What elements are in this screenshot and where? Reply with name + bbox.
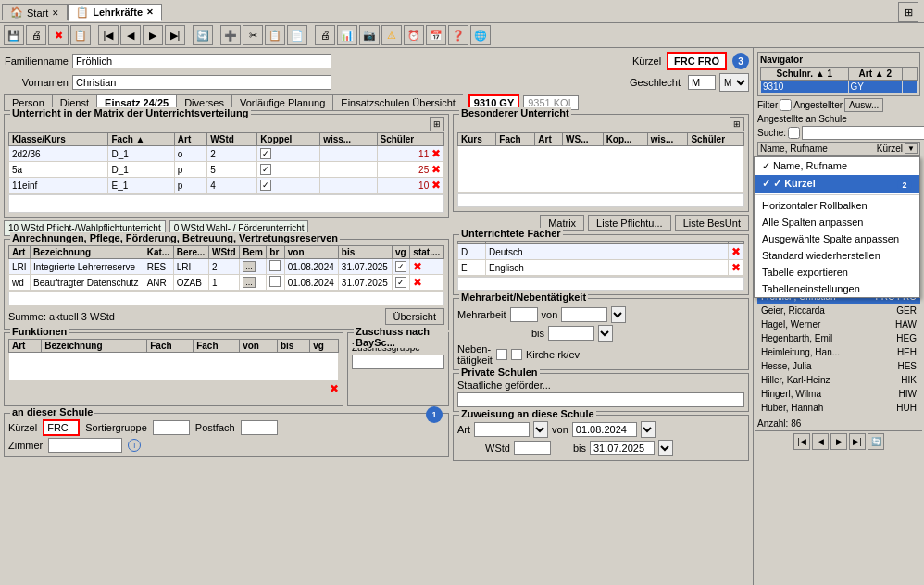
besunt-config-btn[interactable]: ⊞	[730, 117, 744, 131]
warning-button[interactable]: ⚠	[381, 25, 402, 45]
copy2-button[interactable]: 📋	[265, 25, 285, 45]
suche-input[interactable]	[802, 126, 924, 140]
zuschuss-input[interactable]	[352, 355, 444, 369]
angestellter-cb[interactable]	[780, 99, 792, 111]
bis-zuweisung-select[interactable]	[658, 440, 673, 456]
delete-icon[interactable]: ✖	[731, 261, 741, 274]
mehrarbeit-input[interactable]	[510, 307, 538, 322]
unterricht-config-btn[interactable]: ⊞	[430, 117, 444, 131]
liste-besunt-btn[interactable]: Liste BesUnt	[675, 215, 749, 231]
tab-start-close[interactable]: ✕	[52, 8, 59, 18]
von-zuweisung-select[interactable]	[641, 421, 656, 438]
postfach-input[interactable]	[241, 420, 278, 435]
teacher-list-item[interactable]: Geier, Riccarda GER	[757, 304, 920, 317]
clock-button[interactable]: ⏰	[404, 25, 424, 45]
suche-cb[interactable]	[788, 127, 800, 139]
mehrarbeit-von-select[interactable]	[611, 306, 626, 323]
menu-item-ausgewaehlte[interactable]: Ausgewählte Spalte anpassen	[755, 230, 919, 247]
staatliche-input[interactable]	[457, 392, 744, 407]
geschlecht-select[interactable]: MW	[719, 73, 749, 92]
vornamen-input[interactable]	[72, 75, 331, 90]
add-button[interactable]: ➕	[220, 25, 241, 45]
table-row[interactable]: D Deutsch ✖	[458, 244, 744, 260]
teacher-list-item[interactable]: Hagel, Werner HAW	[757, 317, 920, 331]
table-row[interactable]: 5a D_1 p 5 ✓ 25 ✖	[9, 162, 444, 178]
first-button[interactable]: |◀	[98, 25, 119, 45]
mehrarbeit-bis-select[interactable]	[598, 325, 613, 342]
nav-first-btn[interactable]: |◀	[793, 433, 810, 450]
art-select[interactable]	[533, 421, 548, 438]
col-menu-btn[interactable]: ▼	[905, 143, 918, 154]
geschlecht-input[interactable]	[688, 75, 716, 90]
teacher-list-item[interactable]: Huber, Hannah HUH	[757, 401, 920, 415]
liste-pflicht-btn[interactable]: Liste Pflichtu...	[588, 215, 671, 231]
wstd-zuweisung-input[interactable]	[514, 441, 551, 455]
tab-lehrkraefte-close[interactable]: ✕	[146, 7, 154, 17]
art-input[interactable]	[474, 422, 530, 437]
table-row[interactable]: 2d2/36 D_1 o 2 ✓ 11 ✖	[9, 146, 444, 162]
delete-icon[interactable]: ✖	[431, 179, 441, 192]
familienname-input[interactable]	[72, 54, 331, 68]
prev-button[interactable]: ◀	[120, 25, 141, 45]
menu-item-export[interactable]: Tabelle exportieren	[755, 264, 919, 280]
tab-lehrkraefte[interactable]: 📋 Lehrkräfte ✕	[68, 4, 162, 21]
photo-button[interactable]: 📷	[359, 25, 380, 45]
save-button[interactable]: 💾	[4, 25, 24, 45]
bem-btn[interactable]: ...	[243, 277, 256, 288]
teacher-list-item[interactable]: Hegenbarth, Emil HEG	[757, 331, 920, 345]
info-icon[interactable]: i	[128, 439, 141, 452]
delete-icon[interactable]: ✖	[413, 276, 422, 289]
ausw-btn[interactable]: Ausw...	[844, 98, 883, 112]
delete-icon[interactable]: ✖	[731, 245, 741, 258]
nav-prev-btn[interactable]: ◀	[812, 433, 829, 450]
detach-button[interactable]: ⊞	[898, 2, 918, 22]
nav-refresh-btn[interactable]: 🔄	[868, 433, 884, 450]
menu-item-alle-spalten[interactable]: Alle Spalten anpassen	[755, 214, 919, 230]
table-row[interactable]: E Englisch ✖	[458, 260, 744, 276]
uebersicht-btn[interactable]: Übersicht	[385, 308, 444, 325]
nav-last-btn[interactable]: ▶|	[849, 433, 866, 450]
delete-icon[interactable]: ✖	[413, 260, 422, 273]
mehrarbeit-von-input[interactable]	[561, 307, 607, 322]
nav-next-btn[interactable]: ▶	[830, 433, 847, 450]
zimmer-input[interactable]	[48, 438, 122, 453]
table-row[interactable]: wd Beauftragter Datenschutz ANR OZAB 1 .…	[9, 275, 444, 291]
von-zuweisung-input[interactable]	[572, 422, 637, 437]
bis-zuweisung-input[interactable]	[590, 441, 655, 455]
calendar-button[interactable]: 📅	[426, 25, 446, 45]
table-row[interactable]: 11einf E_1 p 4 ✓ 10 ✖	[9, 178, 444, 193]
refresh-button[interactable]: 🔄	[193, 25, 213, 45]
nav-table-row[interactable]: 9310 GY	[761, 81, 918, 93]
tab-start[interactable]: 🏠 Start ✕	[2, 4, 68, 20]
copy-button[interactable]: 📋	[70, 25, 91, 45]
delete-icon[interactable]: ✖	[431, 163, 441, 176]
bem-btn[interactable]: ...	[243, 261, 256, 272]
teacher-list-item[interactable]: Hesse, Julia HES	[757, 359, 920, 373]
teacher-list-item[interactable]: Hingerl, Wilma HIW	[757, 387, 920, 401]
teacher-list-item[interactable]: Heimleitung, Han... HEH	[757, 345, 920, 359]
print-button[interactable]: 🖨	[26, 25, 46, 45]
delete-icon[interactable]: ✖	[330, 382, 339, 395]
next-button[interactable]: ▶	[143, 25, 163, 45]
menu-item-rollbalken[interactable]: Horizontaler Rollbalken	[755, 197, 919, 214]
help-button[interactable]: ❓	[448, 25, 468, 45]
delete-button[interactable]: ✖	[48, 25, 69, 45]
menu-item-einstellungen[interactable]: Tabelleneinstellungen	[755, 280, 919, 297]
menu-item-standard[interactable]: Standard wiederherstellen	[755, 247, 919, 264]
chart-button[interactable]: 📊	[337, 25, 357, 45]
nebentaetigkeit-cb[interactable]	[496, 349, 507, 360]
kirche-cb[interactable]	[511, 349, 522, 360]
cut-button[interactable]: ✂	[243, 25, 263, 45]
sortiergruppe-input[interactable]	[153, 420, 190, 435]
table-row[interactable]: LRI Integrierte Lehrerreserve RES LRI 2 …	[9, 259, 444, 275]
last-button[interactable]: ▶|	[165, 25, 185, 45]
tab-einsatzschulen[interactable]: Einsatzschulen Übersicht	[332, 94, 463, 111]
menu-item-kuerzel[interactable]: ✓ Kürzel 2	[755, 175, 919, 193]
mehrarbeit-bis-input[interactable]	[548, 326, 594, 341]
globe-button[interactable]: 🌐	[470, 25, 491, 45]
delete-icon[interactable]: ✖	[431, 147, 441, 160]
teacher-list-item[interactable]: Hiller, Karl-Heinz HIK	[757, 373, 920, 387]
paste-button[interactable]: 📄	[287, 25, 307, 45]
menu-item-name-rufname[interactable]: Name, Rufname	[755, 157, 919, 175]
print2-button[interactable]: 🖨	[315, 25, 335, 45]
